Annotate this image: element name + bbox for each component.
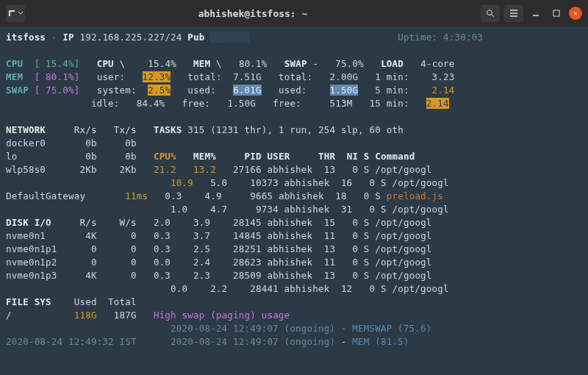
p6-mem: 2.5 [193,243,210,254]
net-tx-1: 0b [125,151,136,162]
th-thr[interactable]: THR [318,151,335,162]
bracket: [ [35,71,40,82]
mem-free-l: free: [182,98,211,109]
p8-s: S [364,270,370,281]
terminal-output[interactable]: itsfoss - IP 192.168.225.227/24 Pub XXX … [0,26,588,375]
p9-user: abhishek [284,283,330,294]
maximize-button[interactable] [548,5,564,21]
search-button[interactable] [481,4,500,22]
th-pid[interactable]: PID [245,151,262,162]
mem-free-v: 1.50G [227,98,256,109]
sep: - [51,32,57,43]
swap-total-l: total: [279,71,312,82]
p7-mem: 2.4 [193,257,210,268]
swap-val: 75.0% [335,58,364,69]
th-s[interactable]: S [364,151,370,162]
mem-used-v: 6.01G [233,85,262,96]
p0-cpu: 21.2 [154,164,176,175]
swap-used-l: used: [279,85,307,96]
bar-cpu-label: CPU [6,58,23,69]
net-rx-2: 2Kb [79,164,96,175]
pub-label: Pub [187,32,204,43]
p4-s: S [364,217,370,228]
bracket: ] [74,71,80,82]
net-title: NETWORK [6,124,46,135]
d3w: 0 [131,270,137,281]
svg-point-0 [487,10,492,15]
mem-spark: \ [216,58,222,69]
p1-cpu: 10.9 [171,177,193,188]
close-button[interactable]: ✕ [569,7,582,20]
menu-button[interactable] [504,4,523,22]
d0: nvme0n1 [6,230,46,241]
p8-cmd: /opt/googl [375,270,431,281]
swap-used-v: 1.50G [330,85,359,96]
p6-ni: 0 [352,243,358,254]
bar-swap-label: SWAP [6,85,29,96]
minimize-button[interactable] [528,5,544,21]
p1-ni: 0 [370,177,376,188]
p7-thr: 11 [324,257,335,268]
window-titlebar: abhishek@itsfoss: ~ ✕ [0,0,588,26]
p5-ni: 0 [352,230,358,241]
p9-thr: 12 [341,283,352,294]
fs-mount: / [6,310,12,321]
p1-mem: 5.0 [210,177,227,188]
p6-thr: 13 [324,243,335,254]
window-title: abhishek@itsfoss: ~ [25,8,481,19]
p8-mem: 2.3 [193,270,210,281]
p8-pid: 28509 [233,270,262,281]
p4-cpu: 2.0 [154,217,171,228]
th-cmd[interactable]: Command [375,151,415,162]
mem-total-v: 7.51G [233,71,262,82]
th-mem[interactable]: MEM% [193,151,216,162]
p0-pid: 27166 [233,164,262,175]
p9-mem: 2.2 [210,283,227,294]
th-cpu[interactable]: CPU% [154,151,176,162]
clock: 2020-08-24 12:49:32 IST [6,336,137,347]
p7-pid: 28623 [233,257,262,268]
swap-total-v: 2.00G [330,71,359,82]
uptime-label: Uptime: [398,32,437,43]
p4-ni: 0 [352,217,358,228]
ip-value: 192.168.225.227/24 [79,32,182,43]
p7-s: S [364,257,370,268]
uptime-value: 4:30:03 [443,32,483,43]
p3-user: abhishek [284,204,330,215]
net-rx-1: 0b [85,151,96,162]
cpu-title: CPU [97,58,114,69]
net-tx-h: Tx/s [114,124,137,135]
mem-total-l: total: [187,71,221,82]
p7-cpu: 0.0 [154,257,171,268]
swap-free-v: 513M [329,98,352,109]
th-user[interactable]: USER [267,151,290,162]
p3-cpu: 1.0 [171,204,187,215]
p8-ni: 0 [352,270,358,281]
p7-ni: 0 [352,257,358,268]
cpu-user-l: user: [97,71,126,82]
d3r: 4K [85,270,96,281]
bracket: [ [35,58,40,69]
p1-s: S [381,177,387,188]
p2-thr: 18 [335,190,346,201]
cpu-idle-v: 84.4% [137,98,165,109]
net-tx-0: 0b [125,138,136,149]
p6-cmd: /opt/googl [375,243,431,254]
cpu-idle-l: idle: [91,98,120,109]
p2-cmd: preload.js [387,190,443,201]
d2: nvme0n1p2 [6,257,57,268]
p4-mem: 3.9 [193,217,210,228]
bar-cpu-value: 15.4% [46,58,74,69]
p6-s: S [364,243,370,254]
ip-label: IP [62,32,74,43]
disk-rh: R/s [79,217,96,228]
th-ni[interactable]: NI [347,151,358,162]
swap-free-l: free: [273,98,301,109]
new-tab-button[interactable] [6,4,25,22]
p5-mem: 3.7 [193,230,210,241]
p5-thr: 11 [324,230,335,241]
p9-cmd: /opt/googl [392,283,448,294]
load-title: LOAD [381,58,404,69]
p5-cpu: 0.3 [154,230,171,241]
hostname: itsfoss [6,32,46,43]
